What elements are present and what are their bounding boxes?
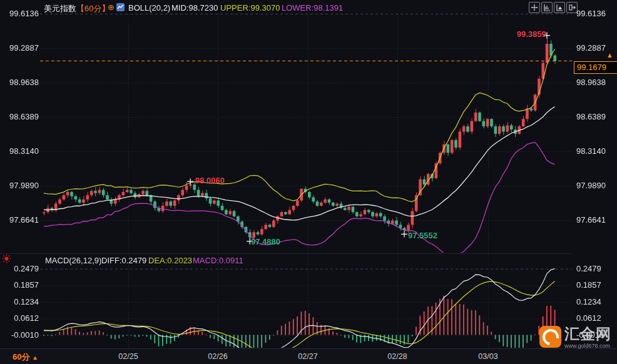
- period-arrow-icon: ▲: [32, 354, 38, 361]
- indicator-sun-icon[interactable]: [2, 254, 11, 263]
- logo-url: www.gold678.com: [564, 343, 611, 349]
- axis-right-chart-icon[interactable]: [554, 2, 565, 13]
- axis-label: 98.6389: [0, 112, 39, 121]
- macd-dea-value: DEA:0.2023: [148, 256, 192, 265]
- annotation-local-high: 98.0060: [195, 176, 225, 185]
- date-tick-label: 02/25: [118, 352, 138, 361]
- axis-label: 99.2887: [576, 43, 606, 53]
- chart-window: 美元指数 【60分】 ⊕ BOLL(20,2) MID:98.7230 UPPE…: [0, 0, 617, 364]
- axis-label: 99.2887: [0, 43, 39, 53]
- price-chart-canvas[interactable]: [0, 0, 617, 364]
- axis-label: 0.2479: [0, 264, 39, 273]
- period-tag[interactable]: 【60分】: [76, 3, 110, 14]
- axis-label: 0.1234: [576, 297, 601, 306]
- boll-label: BOLL(20,2): [128, 3, 170, 13]
- axis-label: 0.1857: [576, 280, 601, 290]
- date-tick-label: 03/03: [478, 352, 497, 361]
- boll-lower-value: LOWER:98.1391: [282, 3, 343, 13]
- axis-label: 98.3140: [576, 146, 606, 156]
- axis-label: 0.2479: [576, 264, 601, 273]
- current-price-box: 99.1679: [574, 61, 617, 74]
- date-tick-label: 02/27: [298, 352, 317, 361]
- crosshair-icon[interactable]: [529, 2, 540, 13]
- axis-label: 98.6389: [576, 112, 606, 121]
- axis-label: 98.9638: [576, 78, 606, 87]
- axis-label: 0.1234: [0, 297, 39, 306]
- axis-label: 97.9890: [0, 181, 39, 190]
- period-selector[interactable]: 60分 ▲: [13, 351, 38, 363]
- axis-label: 97.6641: [576, 215, 606, 225]
- axis-label: -0.0010: [0, 330, 39, 340]
- logo-badge-icon: [539, 326, 561, 348]
- chart-toolbar: [529, 2, 578, 13]
- date-tick-label: 02/28: [387, 352, 407, 361]
- annotation-high-price: 99.3859: [517, 29, 546, 39]
- annotation-low1: 97.4880: [251, 237, 280, 246]
- axis-label: 0.0612: [0, 313, 39, 323]
- logo-name: 汇金网: [564, 326, 611, 342]
- axis-left-chart-icon[interactable]: [541, 2, 553, 13]
- site-logo[interactable]: 汇金网 www.gold678.com: [539, 326, 611, 349]
- axis-label: 0.1857: [0, 280, 39, 290]
- axis-label: 0.0612: [576, 313, 601, 323]
- annotation-low2: 97.5552: [408, 231, 437, 240]
- axis-label: 99.6136: [576, 9, 606, 18]
- axis-label: 97.9890: [576, 181, 606, 190]
- boll-mid-value: MID:98.7230: [171, 3, 218, 13]
- axis-label: 98.3140: [0, 146, 39, 156]
- axis-label: 97.6641: [0, 215, 39, 225]
- boll-upper-value: UPPER:99.3070: [220, 3, 280, 13]
- macd-diff-value: DIFF:0.2479: [101, 256, 146, 265]
- axis-label: 98.9638: [0, 78, 39, 87]
- macd-macd-value: MACD:0.0911: [193, 256, 243, 265]
- price-up-arrow-icon: ▲: [606, 51, 613, 59]
- instrument-title: 美元指数: [44, 3, 76, 14]
- macd-label: MACD(26,12,9): [45, 256, 101, 265]
- date-tick-label: 02/26: [208, 352, 227, 361]
- add-indicator-icon[interactable]: ⊕: [108, 3, 115, 12]
- axis-label: 99.6136: [0, 9, 39, 18]
- mini-chart-icon[interactable]: [116, 3, 125, 11]
